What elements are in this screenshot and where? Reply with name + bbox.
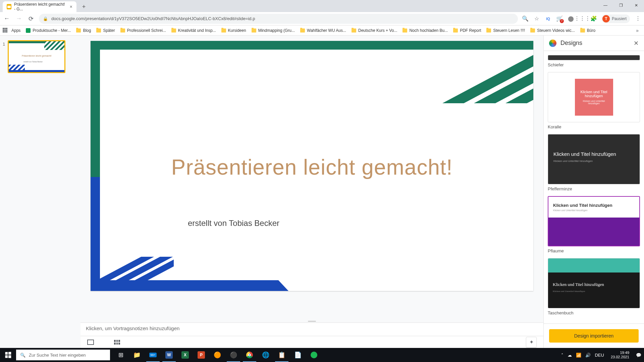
design-label: Taschenbuch xyxy=(548,310,640,315)
bookmark-item[interactable]: Noch hochladen Bu... xyxy=(400,28,450,33)
design-item-pflaume[interactable]: Klicken und Titel hinzufügen Klicken und… xyxy=(548,196,640,253)
clock-date: 23.02.2021 xyxy=(611,355,629,359)
windows-logo-icon xyxy=(5,352,11,358)
file-explorer-icon[interactable]: 📁 xyxy=(129,348,145,362)
bookmark-item[interactable]: PDF Report xyxy=(451,28,483,33)
folder-icon xyxy=(171,28,176,33)
language-indicator[interactable]: DEU xyxy=(595,353,604,358)
menu-icon[interactable]: ⋮ xyxy=(635,15,641,22)
volume-icon[interactable]: 🔊 xyxy=(585,353,591,358)
slide-subtitle[interactable]: erstellt von Tobias Becker xyxy=(188,219,279,228)
apps-label[interactable]: Apps xyxy=(9,28,22,33)
grid-view-button[interactable] xyxy=(114,340,120,345)
folder-icon xyxy=(96,28,101,33)
design-thumbnail: Klicken und Titel hinzufügen Klicken und… xyxy=(548,134,640,184)
wifi-icon[interactable]: 📶 xyxy=(576,353,581,358)
minimize-button[interactable]: — xyxy=(598,0,613,11)
slide-title[interactable]: Präsentieren leicht gemacht! xyxy=(91,155,533,180)
back-button[interactable]: ← xyxy=(3,15,11,23)
notepad-icon[interactable]: 📄 xyxy=(290,348,306,362)
bookmark-item[interactable]: Später xyxy=(94,28,117,33)
bookmark-item[interactable]: Deutsche Kurs + Vo... xyxy=(350,28,399,33)
browser-tab[interactable]: Präsentieren leicht gemacht! - G... × xyxy=(3,1,76,12)
apps-grid-icon[interactable]: ⋮⋮⋮ xyxy=(579,15,586,22)
bookmark-item[interactable]: Mindmapping (Gru... xyxy=(250,28,297,33)
tray-chevron-icon[interactable]: ˄ xyxy=(561,353,564,358)
design-item-pfefferminze[interactable]: Klicken und Titel hinzufügen Klicken und… xyxy=(548,134,640,191)
start-button[interactable] xyxy=(0,348,16,362)
chrome-icon[interactable] xyxy=(241,348,258,362)
bookmark-item[interactable]: Steuern Lesen !!!! xyxy=(484,28,527,33)
slide-decoration xyxy=(100,257,174,280)
close-tab-icon[interactable]: × xyxy=(70,4,72,9)
slide-thumbnail-panel: 1 Präsentieren leicht gemacht! erstellt … xyxy=(0,36,80,348)
design-label: Koralle xyxy=(548,124,640,129)
profile-chip[interactable]: T Pausiert xyxy=(602,14,630,23)
designs-list[interactable]: Schiefer Klicken und Titel hinzufügen Kl… xyxy=(544,51,644,323)
bookmark-item[interactable]: Professionell Schrei... xyxy=(118,28,168,33)
task-view-button[interactable]: ⊞ xyxy=(113,348,129,362)
edge-icon[interactable]: 🌐 xyxy=(258,348,274,362)
bookmark-item[interactable]: Kursideen xyxy=(219,28,248,33)
design-item-taschenbuch[interactable]: Klicken und Titel hinzufügen Klicken und… xyxy=(548,258,640,315)
search-icon: 🔍 xyxy=(20,353,25,358)
onedrive-icon[interactable]: ☁ xyxy=(568,353,572,358)
address-bar: ← → ⟳ docs.google.com/presentation/d/1yV… xyxy=(0,12,644,25)
folder-icon xyxy=(530,28,535,33)
obs-icon[interactable]: ⚫ xyxy=(225,348,241,362)
explore-button[interactable]: ✦ xyxy=(526,337,537,348)
taskbar-clock[interactable]: 19:49 23.02.2021 xyxy=(608,351,632,359)
bookmark-item[interactable]: Büro xyxy=(578,28,597,33)
bookmark-item[interactable]: Kreativität und Insp... xyxy=(169,28,218,33)
bookmark-item[interactable]: Steuern Videos wic... xyxy=(528,28,577,33)
app-icon[interactable]: 🟠 xyxy=(209,348,225,362)
design-label: Pfefferminze xyxy=(548,186,640,191)
notes-resize-handle[interactable] xyxy=(80,320,543,322)
bookmark-item[interactable]: Blog xyxy=(74,28,93,33)
new-tab-button[interactable]: + xyxy=(79,2,89,11)
folder-icon xyxy=(221,28,226,33)
folder-icon xyxy=(580,28,585,33)
excel-icon[interactable]: X xyxy=(177,348,193,362)
url-text: docs.google.com/presentation/d/1yV372SO5… xyxy=(51,16,255,21)
search-icon[interactable]: 🔍 xyxy=(522,15,529,22)
bookmark-item[interactable]: Wahlfächer WU Aus... xyxy=(298,28,348,33)
notifications-icon[interactable]: 💬 xyxy=(636,353,641,358)
filmstrip-view-button[interactable] xyxy=(87,340,94,345)
mail-app-icon[interactable]: 99+ xyxy=(145,348,161,362)
bookmark-star-icon[interactable]: ☆ xyxy=(533,15,540,22)
design-thumbnail: Klicken und Titel hinzufügen Klicken und… xyxy=(548,196,640,246)
speaker-notes[interactable]: Klicken, um Vortragsnotizen hinzuzufügen xyxy=(80,322,543,336)
bookmark-item[interactable]: Produktsuche - Mer... xyxy=(24,28,73,33)
taskbar-search[interactable]: 🔍 Zur Suche Text hier eingeben xyxy=(16,350,110,360)
bookmarks-bar: Apps Produktsuche - Mer... Blog Später P… xyxy=(0,25,644,36)
import-design-button[interactable]: Design importieren xyxy=(549,329,639,343)
extensions-icon[interactable]: 🧩 xyxy=(590,15,597,22)
slide[interactable]: Präsentieren leicht gemacht! erstellt vo… xyxy=(91,41,533,291)
close-window-button[interactable]: ✕ xyxy=(629,0,644,11)
slide-number: 1 xyxy=(3,40,5,73)
design-label: Pflaume xyxy=(548,248,640,253)
folder-icon xyxy=(453,28,458,33)
incognito-icon[interactable]: ⬤ xyxy=(568,15,574,22)
spotify-icon[interactable] xyxy=(306,348,322,362)
slide-canvas[interactable]: Präsentieren leicht gemacht! erstellt vo… xyxy=(80,36,543,320)
design-item-schiefer[interactable]: Schiefer xyxy=(548,55,640,67)
maximize-button[interactable]: ❐ xyxy=(613,0,629,11)
iq-icon[interactable]: IQ xyxy=(545,15,551,22)
cart-icon[interactable]: 🛒 xyxy=(556,15,563,22)
design-thumbnail: Klicken und Titel hinzufügen Klicken und… xyxy=(548,72,640,122)
slide-decoration xyxy=(91,280,278,291)
slide-thumbnail[interactable]: Präsentieren leicht gemacht! erstellt vo… xyxy=(8,40,65,73)
reload-button[interactable]: ⟳ xyxy=(27,15,35,23)
word-icon[interactable]: W xyxy=(161,348,177,362)
app-icon[interactable]: 📋 xyxy=(274,348,290,362)
powerpoint-icon[interactable]: P xyxy=(193,348,209,362)
bookmarks-overflow-icon[interactable]: » xyxy=(633,28,641,33)
close-panel-button[interactable]: ✕ xyxy=(634,40,639,47)
apps-launcher-icon[interactable] xyxy=(3,28,8,33)
forward-button[interactable]: → xyxy=(15,15,23,23)
url-input[interactable]: docs.google.com/presentation/d/1yV372SO5… xyxy=(39,14,518,24)
design-item-koralle[interactable]: Klicken und Titel hinzufügen Klicken und… xyxy=(548,72,640,129)
slides-favicon-icon xyxy=(7,4,11,9)
